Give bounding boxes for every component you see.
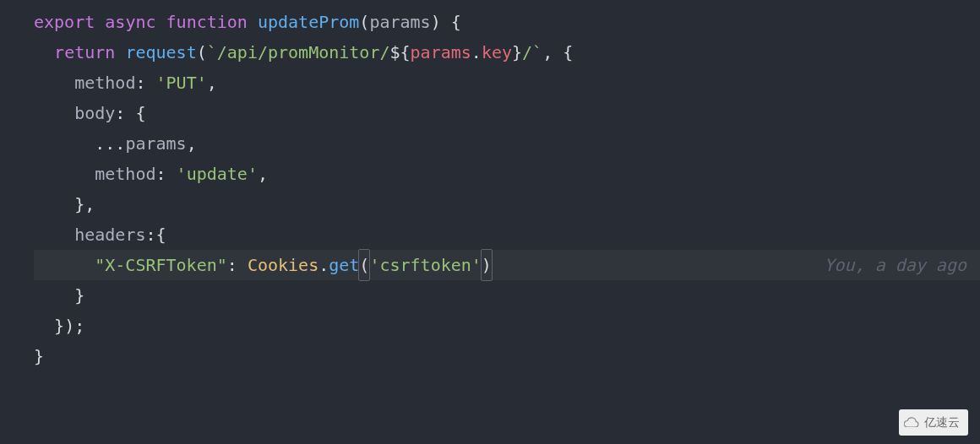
code-editor[interactable]: export async function updateProm(params)… — [0, 7, 980, 371]
code-line[interactable]: ...params, — [34, 128, 980, 159]
property-key: method — [95, 159, 155, 189]
keyword-async: async — [105, 7, 155, 37]
tmpl-prop: key — [482, 37, 512, 68]
backtick: ` — [207, 37, 217, 68]
punct-comma: , — [207, 68, 217, 98]
punct-rbrace: }, — [74, 189, 95, 219]
punct-rbrace: } — [74, 280, 84, 311]
object: Cookies — [248, 250, 318, 280]
string-key: "X-CSRFToken" — [95, 250, 227, 280]
punct-comma: , — [187, 128, 197, 159]
punct: : { — [115, 98, 145, 128]
punct: , { — [542, 37, 573, 68]
punct-dot: . — [318, 250, 329, 280]
param: params — [369, 7, 430, 37]
punct-close: }); — [54, 311, 84, 341]
punct-lbrace: { — [441, 7, 461, 37]
keyword-function: function — [166, 7, 248, 37]
code-line[interactable]: return request(`/api/promMonitor/${param… — [34, 37, 980, 68]
punct-rparen-matched: ) — [481, 249, 493, 281]
code-line-active[interactable]: "X-CSRFToken": Cookies.get('csrftoken')Y… — [34, 250, 980, 280]
punct: :{ — [145, 219, 166, 250]
tmpl-close: } — [512, 37, 522, 68]
watermark-badge: 亿速云 — [899, 409, 968, 436]
punct-comma: , — [258, 159, 268, 189]
string: 'PUT' — [156, 68, 207, 98]
code-line[interactable]: body: { — [34, 98, 980, 128]
function-name: updateProm — [258, 7, 359, 37]
string: 'update' — [177, 159, 258, 189]
string: 'csrftoken' — [369, 250, 481, 280]
keyword-return: return — [54, 37, 115, 68]
punct-colon: : — [227, 250, 248, 280]
variable: params — [125, 128, 186, 159]
punct-colon: : — [135, 68, 155, 98]
keyword-export: export — [34, 7, 95, 37]
tmpl-open: ${ — [389, 37, 410, 68]
code-line[interactable]: }, — [34, 189, 980, 219]
method: get — [329, 250, 359, 280]
string: / — [522, 37, 532, 68]
punct-lparen: ( — [359, 7, 369, 37]
code-line[interactable]: method: 'PUT', — [34, 68, 980, 98]
code-line[interactable]: method: 'update', — [34, 159, 980, 189]
property-key: headers — [74, 219, 145, 250]
punct-lparen: ( — [197, 37, 207, 68]
code-line[interactable]: headers:{ — [34, 219, 980, 250]
property-key: method — [74, 68, 135, 98]
code-line[interactable]: export async function updateProm(params)… — [34, 7, 980, 37]
backtick: ` — [532, 37, 542, 68]
punct-colon: : — [156, 159, 177, 189]
watermark-text: 亿速云 — [924, 412, 960, 433]
code-line[interactable]: } — [34, 341, 980, 371]
punct-lparen-matched: ( — [358, 249, 370, 281]
string: /api/promMonitor/ — [217, 37, 390, 68]
git-blame-annotation[interactable]: You, a day ago — [824, 250, 966, 280]
function-call: request — [125, 37, 196, 68]
cloud-icon — [904, 414, 919, 430]
punct-rbrace: } — [34, 341, 44, 371]
tmpl-var: params — [411, 37, 471, 68]
spread: ... — [95, 128, 125, 159]
punct-rparen: ) — [431, 7, 441, 37]
code-line[interactable]: } — [34, 280, 980, 311]
property-key: body — [74, 98, 115, 128]
punct-dot: . — [471, 37, 482, 68]
code-line[interactable]: }); — [34, 311, 980, 341]
